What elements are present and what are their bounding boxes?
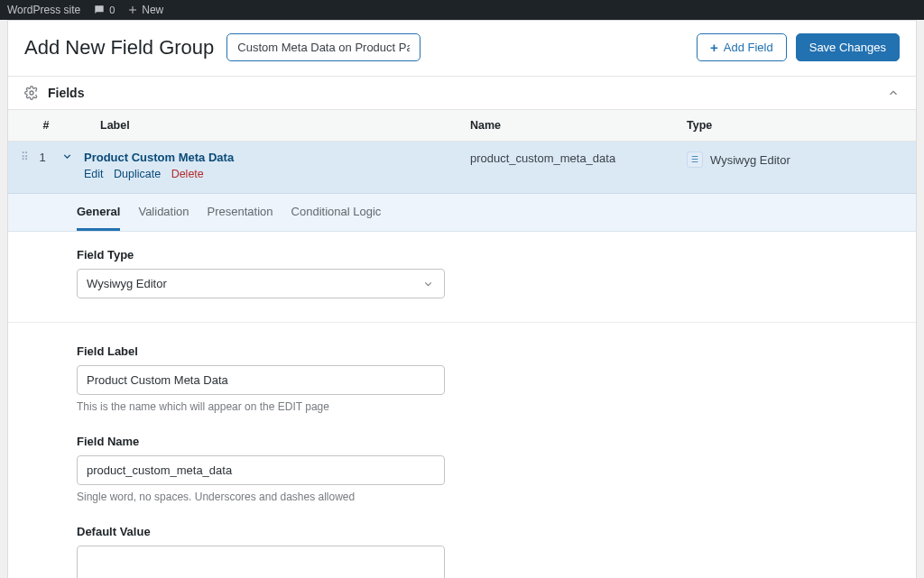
row-type-label: Wysiwyg Editor: [710, 153, 790, 167]
row-duplicate-link[interactable]: Duplicate: [114, 168, 161, 180]
admin-bar-site[interactable]: WordPress site: [7, 4, 80, 16]
default-value-label: Default Value: [77, 525, 445, 538]
row-label-block: Product Custom Meta Data Edit Duplicate …: [84, 151, 470, 180]
group-title-input[interactable]: [226, 33, 420, 61]
tab-validation[interactable]: Validation: [138, 194, 189, 231]
page-title: Add New Field Group: [24, 36, 214, 60]
field-type-value: Wysiwyg Editor: [87, 277, 167, 290]
field-type-section: Field Type Wysiwyg Editor: [8, 248, 916, 323]
tab-conditional[interactable]: Conditional Logic: [291, 194, 382, 231]
col-order: #: [21, 119, 71, 132]
chevron-down-icon[interactable]: [61, 151, 73, 162]
admin-bar-comments[interactable]: 0: [93, 4, 115, 16]
field-label-help: This is the name which will appear on th…: [77, 400, 445, 413]
row-delete-link[interactable]: Delete: [171, 168, 204, 180]
add-field-label: Add Field: [724, 41, 773, 54]
field-name-input[interactable]: [77, 455, 445, 485]
plus-icon: +: [710, 41, 718, 54]
panel-title: Fields: [48, 86, 84, 100]
field-label-input[interactable]: [77, 365, 445, 395]
comment-count: 0: [109, 5, 115, 15]
fields-panel: Fields # Label Name Type ⠿ 1 Product Cus…: [8, 76, 916, 578]
gear-icon: [24, 86, 39, 100]
field-label-section: Field Label This is the name which will …: [77, 344, 445, 413]
col-name: Name: [470, 119, 687, 132]
field-name-help: Single word, no spaces. Underscores and …: [77, 491, 445, 503]
field-name-label: Field Name: [77, 435, 445, 448]
field-name-section: Field Name Single word, no spaces. Under…: [77, 435, 445, 503]
col-type: Type: [687, 119, 903, 132]
row-order: 1: [34, 151, 51, 164]
field-type-label: Field Type: [77, 248, 903, 261]
field-tabs: General Validation Presentation Conditio…: [8, 194, 916, 232]
wysiwyg-icon: ☰: [687, 151, 703, 168]
header-actions: + Add Field Save Changes: [697, 33, 900, 61]
comment-icon: [93, 4, 106, 16]
drag-handle-icon[interactable]: ⠿: [21, 151, 29, 163]
row-edit-link[interactable]: Edit: [84, 168, 104, 180]
field-row[interactable]: ⠿ 1 Product Custom Meta Data Edit Duplic…: [8, 142, 916, 194]
new-label: New: [142, 4, 163, 16]
row-label[interactable]: Product Custom Meta Data: [84, 151, 470, 164]
save-changes-button[interactable]: Save Changes: [796, 33, 900, 61]
save-label: Save Changes: [809, 41, 886, 54]
admin-bar: WordPress site 0 New: [0, 0, 924, 20]
field-label-label: Field Label: [77, 344, 445, 358]
row-actions: Edit Duplicate Delete: [84, 168, 470, 180]
default-value-input[interactable]: [77, 546, 445, 578]
row-name: product_custom_meta_data: [470, 151, 687, 165]
chevron-up-icon[interactable]: [887, 87, 900, 99]
default-value-section: Default Value Appears when creating a ne…: [77, 525, 445, 578]
plus-icon: [127, 5, 138, 15]
panel-header[interactable]: Fields: [8, 77, 916, 110]
site-name: WordPress site: [7, 4, 80, 16]
col-label: Label: [71, 119, 470, 132]
svg-point-0: [30, 91, 33, 95]
field-type-select[interactable]: Wysiwyg Editor: [77, 269, 445, 298]
row-type: ☰ Wysiwyg Editor: [687, 151, 903, 168]
form-body: Field Type Wysiwyg Editor Field Label Th…: [8, 232, 916, 578]
tab-presentation[interactable]: Presentation: [208, 194, 273, 231]
admin-bar-new[interactable]: New: [127, 4, 163, 16]
add-field-button[interactable]: + Add Field: [697, 33, 787, 61]
tab-general[interactable]: General: [77, 194, 120, 231]
main: Add New Field Group + Add Field Save Cha…: [7, 20, 917, 578]
fields-table-header: # Label Name Type: [8, 110, 916, 142]
page-header: Add New Field Group + Add Field Save Cha…: [8, 21, 916, 76]
